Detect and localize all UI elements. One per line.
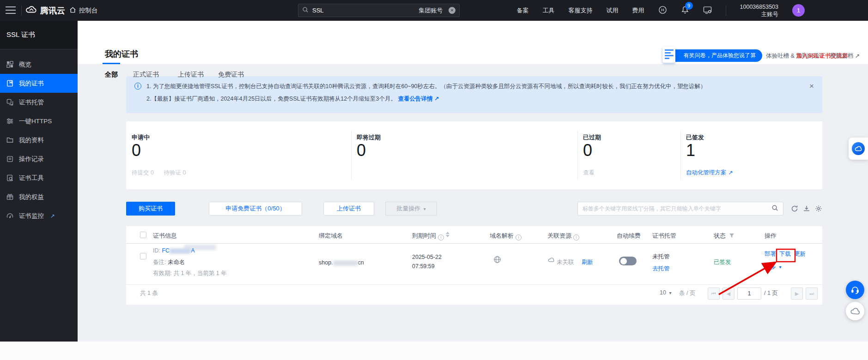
overview-grid-icon	[6, 61, 13, 68]
tab-uploaded-certs[interactable]: 上传证书	[178, 71, 204, 79]
sidebar-item-overview[interactable]: 概览	[0, 55, 78, 74]
notice-line-2: 2.【最新】接证书厂商通知，2024年4月25日以后，免费SSL证书有效期将从1…	[146, 95, 439, 103]
console-link[interactable]: 控制台	[69, 0, 98, 21]
cert-id: ID: FCA	[153, 247, 194, 254]
global-search-input[interactable]	[312, 7, 428, 14]
sort-icon[interactable]	[446, 232, 449, 237]
select-all-checkbox[interactable]	[140, 232, 146, 238]
info-icon[interactable]: i	[438, 234, 444, 240]
sidebar-item-hosting[interactable]: 证书托管	[0, 93, 78, 112]
sidebar-item-my-profile[interactable]: 我的资料	[0, 131, 78, 150]
banner-close-icon[interactable]: ×	[809, 82, 814, 91]
expire-time: 07:59:59	[412, 263, 435, 270]
sidebar-item-operation-log[interactable]: 操作记录	[0, 150, 78, 168]
col-resources: 关联资源i	[547, 232, 579, 240]
stats-card: 申请中 0 待提交 0 待验证 0 即将过期 0 已过期 0 查看 已签发 1 …	[126, 121, 822, 189]
automation-link[interactable]: 自动化管理方案 ↗	[686, 169, 733, 177]
page-number-input[interactable]	[737, 288, 761, 300]
sidebar-item-my-certificates[interactable]: 我的证书	[0, 74, 78, 93]
hamburger-menu-icon[interactable]	[6, 6, 16, 14]
topbar-item-group-account[interactable]: 集团账号	[419, 6, 443, 15]
ssl-float-icon	[852, 142, 865, 155]
apply-free-cert-button[interactable]: 申请免费证书（0/50）	[209, 202, 302, 216]
page-size-select[interactable]: 10 ▾	[660, 289, 671, 296]
resource-icon	[547, 257, 554, 265]
page-size-unit: 条 / 页	[679, 289, 695, 297]
download-list-icon[interactable]	[803, 205, 810, 212]
table-search-input[interactable]	[583, 205, 771, 212]
buy-cert-button[interactable]: 购买证书	[126, 202, 175, 216]
table-search-box	[577, 202, 783, 216]
update-link[interactable]: 更新	[794, 250, 806, 258]
hosting-status: 未托管	[652, 253, 670, 261]
bound-domain: shop.cn	[319, 259, 364, 266]
brand-logo[interactable]: 腾讯云	[25, 0, 65, 21]
sidebar-item-cert-monitor[interactable]: 证书监控 ↗	[0, 206, 78, 225]
search-icon	[302, 6, 309, 14]
topbar-item-beian[interactable]: 备案	[517, 6, 529, 15]
column-settings-gear-icon[interactable]	[815, 205, 822, 212]
account-info[interactable]: 100036853503 主账号	[740, 3, 778, 18]
tab-all[interactable]: 全部	[105, 71, 118, 79]
topbar-item-trial[interactable]: 试用	[607, 6, 619, 15]
avatar[interactable]: 1	[792, 4, 805, 17]
topbar-item-tools[interactable]: 工具	[543, 6, 555, 15]
external-link-icon: ↗	[434, 96, 439, 102]
upload-cert-button[interactable]: 上传证书	[323, 202, 374, 216]
topbar-divider	[726, 6, 726, 16]
service-float-button[interactable]	[846, 281, 864, 299]
notice-banner: i 1. 为了您能更便捷地管理SSL证书，控制台已支持自动查询证书关联的10种腾…	[126, 76, 822, 113]
stat-pending-sub: 待提交 0 待验证 0	[132, 169, 186, 177]
batch-operation-button[interactable]: 批量操作 ▾	[385, 202, 437, 216]
notification-bell-icon[interactable]: 9	[681, 6, 689, 16]
cert-id-link[interactable]: FCA	[162, 247, 194, 254]
status-badge: 已签发	[714, 258, 731, 266]
first-page-button[interactable]: ⏮	[708, 288, 720, 300]
resource-refresh-link[interactable]: 刷新	[582, 258, 593, 266]
table-header-row: 证书信息 绑定域名 到期时间i 域名解析i 关联资源i 自动续费 证书托管 状态…	[126, 226, 822, 244]
prev-page-button[interactable]: ◀	[722, 288, 734, 300]
total-pages-label: / 1 页	[764, 289, 778, 297]
next-page-button[interactable]: ▶	[791, 288, 803, 300]
tab-free-certs[interactable]: 免费证书	[218, 71, 244, 79]
cloud-float-button[interactable]	[846, 302, 864, 320]
page-header: 我的证书 全部 正式证书 上传证书 免费证书 有奖问卷，产品体验您说了算 体验吐…	[78, 21, 868, 65]
sidebar-item-cert-tools[interactable]: 证书工具	[0, 168, 78, 187]
download-link[interactable]: 下载	[779, 250, 791, 258]
page-title: 我的证书	[105, 48, 138, 60]
auto-renew-toggle[interactable]	[619, 257, 637, 265]
account-type: 主账号	[740, 11, 778, 18]
announcement-link[interactable]: 查看公告详情 ↗	[398, 96, 439, 102]
sidebar-item-my-benefits[interactable]: 我的权益	[0, 187, 78, 206]
deploy-link[interactable]: 部署	[765, 250, 776, 258]
col-dns: 域名解析i	[490, 232, 522, 240]
external-link-icon: ↗	[50, 213, 55, 219]
search-icon[interactable]	[771, 204, 778, 213]
refresh-icon[interactable]	[791, 205, 798, 212]
stat-expired-view-link[interactable]: 查看	[583, 169, 595, 177]
stat-expiring-value: 0	[357, 141, 366, 160]
topbar-item-support[interactable]: 客服支持	[569, 6, 593, 15]
sidebar-item-one-click-https[interactable]: 一键HTTPS	[0, 112, 78, 131]
col-actions: 操作	[765, 232, 777, 240]
info-icon: i	[134, 83, 141, 90]
info-icon[interactable]: i	[573, 234, 579, 240]
dns-globe-icon[interactable]	[493, 256, 501, 265]
info-icon[interactable]: i	[516, 234, 522, 240]
survey-button[interactable]: 有奖问卷，产品体验您说了算	[665, 49, 762, 62]
account-id: 100036853503	[740, 3, 778, 11]
topbar-item-billing[interactable]: 费用	[632, 6, 644, 15]
tab-paid-certs[interactable]: 正式证书	[133, 71, 159, 79]
last-page-button[interactable]: ⏭	[806, 288, 818, 300]
more-actions-link[interactable]: 更多 ▾	[765, 263, 782, 271]
survey-doc-icon	[662, 47, 675, 63]
console-settings-icon[interactable]	[703, 6, 712, 15]
filter-funnel-icon[interactable]	[729, 234, 734, 238]
chevron-down-icon: ▾	[424, 206, 426, 211]
support-voice-icon[interactable]	[658, 6, 667, 16]
folder-icon	[6, 137, 13, 144]
hosting-action-link[interactable]: 去托管	[652, 265, 670, 273]
help-doc-link[interactable]: 帮助文档 ↗	[830, 52, 860, 60]
row-checkbox[interactable]	[140, 253, 146, 259]
float-widget-ssl[interactable]	[849, 138, 868, 160]
